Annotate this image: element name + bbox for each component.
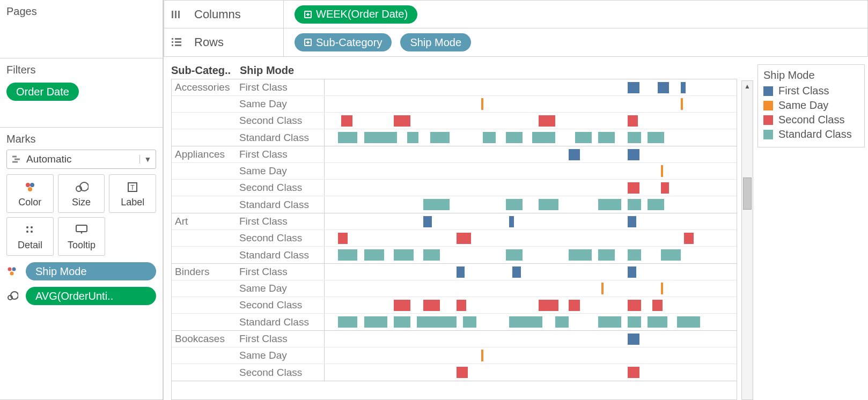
rows-pill-ship-mode[interactable]: Ship Mode xyxy=(400,33,471,51)
data-mark[interactable] xyxy=(394,115,410,127)
data-mark[interactable] xyxy=(601,283,604,294)
data-mark[interactable] xyxy=(509,216,514,227)
viz-row[interactable]: Second Class xyxy=(172,180,737,196)
viz-track[interactable] xyxy=(324,213,737,229)
data-mark[interactable] xyxy=(417,316,457,328)
data-mark[interactable] xyxy=(598,316,621,328)
viz-track[interactable] xyxy=(324,146,737,162)
viz-track[interactable] xyxy=(324,280,737,297)
data-mark[interactable] xyxy=(407,132,419,143)
data-mark[interactable] xyxy=(457,233,472,244)
data-mark[interactable] xyxy=(539,199,558,210)
data-mark[interactable] xyxy=(532,132,555,143)
data-mark[interactable] xyxy=(628,300,641,311)
marks-size-button[interactable]: Size xyxy=(58,174,105,213)
data-mark[interactable] xyxy=(457,367,468,378)
data-mark[interactable] xyxy=(423,199,450,210)
data-mark[interactable] xyxy=(539,300,558,311)
rows-pill-sub-category[interactable]: Sub-Category xyxy=(295,33,392,51)
viz-row[interactable]: Standard Class xyxy=(172,129,737,146)
data-mark[interactable] xyxy=(463,316,476,328)
data-mark[interactable] xyxy=(364,249,384,261)
data-mark[interactable] xyxy=(628,82,639,93)
viz-track[interactable] xyxy=(324,247,737,263)
viz-track[interactable] xyxy=(324,96,737,112)
viz-row[interactable]: Second Class xyxy=(172,113,737,129)
visualization[interactable]: Sub-Categ.. Ship Mode AccessoriesFirst C… xyxy=(171,64,737,400)
marks-label-button[interactable]: T Label xyxy=(109,174,156,213)
viz-track[interactable] xyxy=(324,297,737,313)
data-mark[interactable] xyxy=(648,199,664,210)
viz-row[interactable]: Standard Class xyxy=(172,247,737,263)
viz-track[interactable] xyxy=(324,129,737,146)
data-mark[interactable] xyxy=(681,98,683,110)
viz-row[interactable]: AppliancesFirst Class xyxy=(172,146,737,163)
viz-row[interactable]: Standard Class xyxy=(172,314,737,330)
data-mark[interactable] xyxy=(628,149,639,160)
expand-icon[interactable] xyxy=(304,39,312,46)
data-mark[interactable] xyxy=(684,233,694,244)
data-mark[interactable] xyxy=(661,249,681,261)
data-mark[interactable] xyxy=(628,316,641,328)
viz-track[interactable] xyxy=(324,113,737,129)
marks-type-select[interactable]: Automatic ▼ xyxy=(6,150,156,169)
data-mark[interactable] xyxy=(661,165,663,177)
data-mark[interactable] xyxy=(423,249,440,261)
data-mark[interactable] xyxy=(598,249,615,261)
viz-row[interactable]: Second Class xyxy=(172,297,737,314)
data-mark[interactable] xyxy=(394,300,410,311)
data-mark[interactable] xyxy=(341,115,353,127)
data-mark[interactable] xyxy=(506,249,523,261)
data-mark[interactable] xyxy=(658,82,670,93)
columns-shelf[interactable]: Columns WEEK(Order Date) xyxy=(164,1,867,28)
viz-row[interactable]: Same Day xyxy=(172,347,737,364)
data-mark[interactable] xyxy=(569,149,580,160)
viz-track[interactable] xyxy=(324,180,737,196)
data-mark[interactable] xyxy=(569,300,580,311)
viz-track[interactable] xyxy=(324,79,737,95)
legend-item[interactable]: Same Day xyxy=(763,99,859,112)
viz-row[interactable]: Second Class xyxy=(172,230,737,247)
data-mark[interactable] xyxy=(394,249,414,261)
data-mark[interactable] xyxy=(661,283,663,294)
viz-row[interactable]: Same Day xyxy=(172,96,737,113)
filters-shelf[interactable]: Filters Order Date xyxy=(0,58,163,128)
viz-track[interactable] xyxy=(324,163,737,179)
data-mark[interactable] xyxy=(628,334,639,345)
filter-pill-order-date[interactable]: Order Date xyxy=(6,83,79,101)
data-mark[interactable] xyxy=(430,132,450,143)
viz-track[interactable] xyxy=(324,314,737,330)
data-mark[interactable] xyxy=(555,316,569,328)
data-mark[interactable] xyxy=(394,316,410,328)
data-mark[interactable] xyxy=(539,115,555,127)
data-mark[interactable] xyxy=(677,316,700,328)
data-mark[interactable] xyxy=(628,367,639,378)
data-mark[interactable] xyxy=(628,216,636,227)
viz-track[interactable] xyxy=(324,264,737,280)
data-mark[interactable] xyxy=(628,249,641,261)
data-mark[interactable] xyxy=(364,316,387,328)
data-mark[interactable] xyxy=(648,316,667,328)
viz-row[interactable]: Same Day xyxy=(172,163,737,180)
viz-row[interactable]: AccessoriesFirst Class xyxy=(172,79,737,96)
data-mark[interactable] xyxy=(628,132,641,143)
viz-body[interactable]: AccessoriesFirst ClassSame DaySecond Cla… xyxy=(171,79,737,400)
data-mark[interactable] xyxy=(509,316,542,328)
data-mark[interactable] xyxy=(457,300,466,311)
legend-ship-mode[interactable]: Ship Mode First ClassSame DaySecond Clas… xyxy=(757,64,865,147)
viz-row[interactable]: Second Class xyxy=(172,364,737,381)
scrollbar-thumb[interactable] xyxy=(743,177,752,210)
marks-detail-button[interactable]: Detail xyxy=(6,217,54,256)
viz-track[interactable] xyxy=(324,331,737,347)
data-mark[interactable] xyxy=(628,115,637,127)
data-mark[interactable] xyxy=(681,82,686,93)
data-mark[interactable] xyxy=(628,266,636,278)
data-mark[interactable] xyxy=(506,199,523,210)
viz-track[interactable] xyxy=(324,230,737,246)
columns-pill-week-order-date[interactable]: WEEK(Order Date) xyxy=(295,5,417,24)
mark-assignment-size[interactable]: AVG(OrderUnti.. xyxy=(6,287,156,305)
mark-pill-avg-orderunti[interactable]: AVG(OrderUnti.. xyxy=(26,287,156,305)
data-mark[interactable] xyxy=(628,182,639,194)
marks-tooltip-button[interactable]: Tooltip xyxy=(58,217,105,256)
marks-color-button[interactable]: Color xyxy=(6,174,54,213)
